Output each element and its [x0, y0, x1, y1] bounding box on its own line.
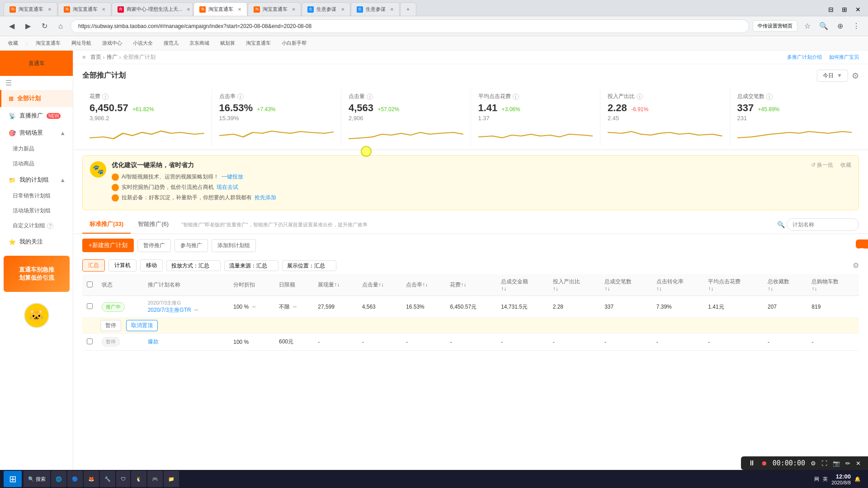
- tab-close-1[interactable]: ×: [48, 6, 52, 13]
- taskbar-firefox[interactable]: 🦊: [84, 471, 99, 487]
- opt-refresh[interactable]: ↺ 换一批: [811, 161, 833, 169]
- browser-tab-2[interactable]: 淘 淘宝直通车 ×: [58, 2, 112, 16]
- toolbar-favorites[interactable]: 收藏: [5, 39, 21, 47]
- browser-tab-3[interactable]: 商 商家中心-理想生活上天... ×: [112, 2, 193, 16]
- recording-stop-button[interactable]: ⏺: [761, 460, 767, 467]
- th-spend[interactable]: 花费↑↓: [445, 274, 496, 296]
- translate-btn[interactable]: 中传设置营销页: [753, 20, 797, 32]
- window-minimize[interactable]: ⊟: [825, 3, 837, 16]
- toolbar-games[interactable]: 游戏中心: [99, 39, 125, 47]
- toolbar-search[interactable]: 搜范儿: [161, 39, 181, 47]
- settings-icon[interactable]: ⚙: [852, 71, 859, 81]
- select-all-checkbox[interactable]: [87, 282, 93, 287]
- tab-smart[interactable]: 智能推广(6): [131, 216, 176, 234]
- participate-button[interactable]: 参与推广: [175, 239, 208, 252]
- start-button[interactable]: ⊞: [4, 471, 22, 487]
- row1-checkbox[interactable]: [87, 303, 93, 309]
- extensions-button[interactable]: ⊕: [834, 20, 846, 33]
- th-orders[interactable]: 总成交笔数↑↓: [600, 274, 652, 296]
- sidebar-avatar[interactable]: 🐱: [24, 303, 49, 328]
- campaign-search-input[interactable]: [787, 218, 859, 231]
- sidebar-item-all-plans[interactable]: ⊞ 全部计划: [0, 90, 73, 107]
- url-input[interactable]: [71, 19, 749, 33]
- sidebar-item-custom[interactable]: 自定义计划组 ?: [0, 218, 73, 233]
- float-sidebar-button[interactable]: 立即推广: [856, 239, 868, 249]
- back-button[interactable]: ◀: [5, 20, 18, 33]
- bookmark-button[interactable]: ☆: [801, 20, 814, 33]
- th-cvr[interactable]: 点击转化率↑↓: [652, 274, 704, 296]
- th-clicks[interactable]: 点击量↑↓: [358, 274, 401, 296]
- help-link-how[interactable]: 如何推广宝贝: [829, 54, 859, 61]
- opt-link-1[interactable]: 现在去试: [217, 183, 238, 191]
- recording-camera-icon[interactable]: 📷: [833, 460, 840, 467]
- breadcrumb-push[interactable]: 推广: [107, 53, 118, 61]
- toolbar-nav[interactable]: 网址导航: [69, 39, 94, 47]
- toolbar-deals[interactable]: 赋划算: [217, 39, 238, 47]
- th-favorites[interactable]: 总收藏数↑↓: [763, 274, 807, 296]
- toolbar-jd[interactable]: 京东商城: [187, 39, 212, 47]
- menu-button[interactable]: ⋮: [850, 20, 863, 33]
- taskbar-search[interactable]: 🔍 搜索: [24, 471, 50, 487]
- tab-standard[interactable]: 标准推广(33): [82, 216, 131, 234]
- tab-close-2[interactable]: ×: [102, 6, 106, 13]
- browser-tab-4[interactable]: 淘 淘宝直通车 ×: [193, 2, 247, 16]
- sidebar-item-activity-plan[interactable]: 活动场景计划组: [0, 203, 73, 218]
- filter-bid-mode[interactable]: 投放方式：汇总: [166, 260, 221, 271]
- search-button[interactable]: 🔍: [817, 20, 830, 33]
- tab-close-4[interactable]: ×: [238, 6, 241, 13]
- filter-traffic-source[interactable]: 流量来源：汇总: [224, 260, 278, 271]
- pause-campaign-button[interactable]: 暂停推广: [137, 239, 171, 252]
- sidebar-item-direct-push[interactable]: 📡 直播推广 NEW: [0, 107, 73, 124]
- column-settings-icon[interactable]: ⚙: [853, 261, 859, 270]
- sidebar-item-daily[interactable]: 日常销售计划组: [0, 188, 73, 203]
- browser-tab-1[interactable]: 淘 淘宝直通车 ×: [4, 2, 57, 16]
- sidebar-item-my-plans[interactable]: 📁 我的计划组 ▲: [0, 171, 73, 188]
- th-cart[interactable]: 总购物车数↑↓: [807, 274, 859, 296]
- browser-tab-5[interactable]: 淘 淘宝直通车 ×: [248, 2, 302, 16]
- toolbar-novels[interactable]: 小说大全: [130, 39, 156, 47]
- home-button[interactable]: ⌂: [54, 20, 67, 33]
- taskbar-explorer[interactable]: 📁: [164, 471, 179, 487]
- new-tab-button[interactable]: ＋: [400, 2, 416, 16]
- tab-close-6[interactable]: ×: [341, 6, 344, 13]
- toolbar-newbie[interactable]: 小白新手帮: [279, 39, 309, 47]
- row2-checkbox[interactable]: [87, 338, 93, 344]
- th-roi[interactable]: 投入产出比↑↓: [548, 274, 600, 296]
- date-picker[interactable]: 今日 ▼: [817, 70, 848, 82]
- tab-close-3[interactable]: ×: [187, 6, 190, 13]
- row1-name[interactable]: 2020/7/3主推GTR: [148, 307, 191, 313]
- sidebar-item-activity[interactable]: 活动商品: [0, 156, 73, 171]
- sidebar-item-my-follow[interactable]: ⭐ 我的关注: [0, 233, 73, 250]
- opt-link-2[interactable]: 抢先添加: [255, 194, 276, 202]
- recording-fullscreen-icon[interactable]: ⛶: [821, 460, 827, 467]
- taskbar-notifications[interactable]: 🔔: [854, 476, 861, 482]
- recording-pen-icon[interactable]: ✏: [845, 460, 850, 467]
- tab-close-5[interactable]: ×: [292, 6, 296, 13]
- sidebar-ad-box[interactable]: 直通车别急推划算低价引流: [4, 256, 70, 292]
- th-ctr[interactable]: 点击率↑↓: [401, 274, 445, 296]
- toolbar-taobao[interactable]: 淘宝直通车: [33, 39, 63, 47]
- sidebar-item-potential[interactable]: 潜力新品: [0, 141, 73, 156]
- th-avg-cpc[interactable]: 平均点击花费↑↓: [703, 274, 763, 296]
- sidebar-collapse-icon[interactable]: ≡: [82, 54, 86, 61]
- window-restore[interactable]: ⊞: [838, 3, 851, 16]
- filter-display-position[interactable]: 展示位置：汇总: [282, 260, 336, 271]
- row2-name[interactable]: 爆款: [148, 338, 159, 345]
- tab-close-7[interactable]: ×: [390, 6, 394, 13]
- pause-row-button[interactable]: 暂停: [100, 320, 121, 331]
- row1-budget-edit[interactable]: ✏: [293, 304, 297, 310]
- taskbar-security[interactable]: 🛡: [116, 471, 130, 487]
- sidebar-toggle[interactable]: ☰: [0, 76, 73, 90]
- add-to-group-button[interactable]: 添加到计划组: [212, 239, 256, 252]
- opt-link-0[interactable]: 一键投放: [222, 173, 243, 181]
- row1-discount-edit[interactable]: ✏: [252, 304, 256, 310]
- browser-tab-6[interactable]: 生 生意参谋 ×: [302, 2, 350, 16]
- opt-collect[interactable]: 收藏: [840, 161, 851, 169]
- toolbar-taobao2[interactable]: 淘宝直通车: [243, 39, 274, 47]
- refresh-button[interactable]: ↻: [38, 20, 51, 33]
- recording-close-icon[interactable]: ✕: [856, 460, 861, 467]
- recording-settings-icon[interactable]: ⚙: [811, 460, 816, 467]
- taskbar-chrome[interactable]: 🌐: [51, 471, 66, 487]
- th-impressions[interactable]: 展现量↑↓: [313, 274, 357, 296]
- forward-button[interactable]: ▶: [22, 20, 34, 33]
